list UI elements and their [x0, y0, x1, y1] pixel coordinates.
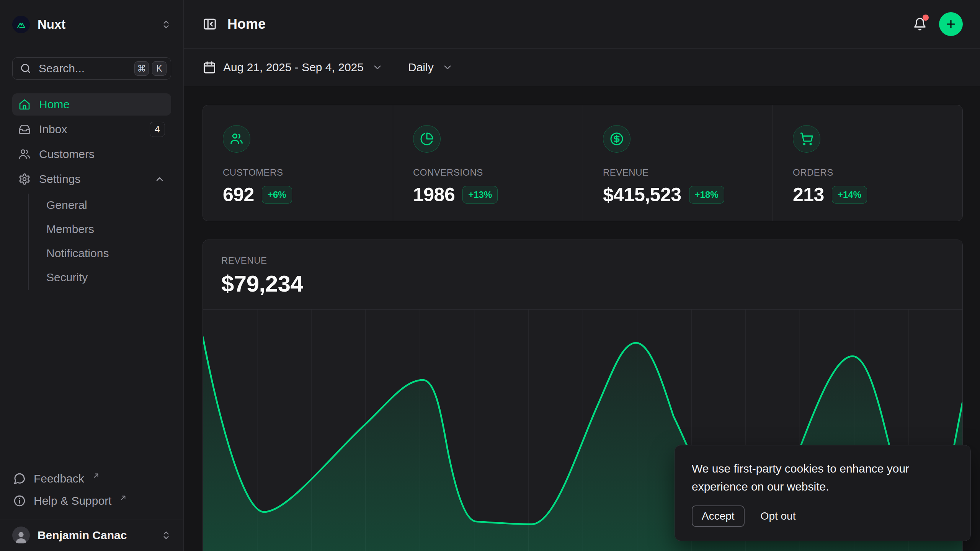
shopping-cart-icon [793, 125, 820, 153]
sub-item-label: General [46, 199, 87, 212]
sidebar: Nuxt Search... ⌘ K Home Inbox 4 [0, 0, 184, 551]
cookie-actions: Accept Opt out [692, 505, 954, 527]
sidebar-item-settings[interactable]: Settings [12, 168, 171, 190]
stat-delta-badge: +6% [262, 186, 292, 204]
person-icon [13, 529, 29, 544]
add-button[interactable] [939, 12, 963, 36]
sidebar-item-customers[interactable]: Customers [12, 143, 171, 165]
sidebar-item-label: Customers [39, 148, 95, 161]
header-actions [913, 12, 963, 36]
opt-out-button[interactable]: Opt out [761, 510, 796, 522]
message-bubble-icon [13, 472, 26, 485]
sidebar-item-inbox[interactable]: Inbox 4 [12, 118, 171, 140]
team-switcher[interactable]: Nuxt [12, 16, 65, 33]
sidebar-item-home[interactable]: Home [12, 93, 171, 116]
chevron-down-icon [372, 62, 383, 73]
sub-item-label: Security [46, 271, 88, 284]
granularity-label: Daily [408, 61, 434, 74]
brand-name: Nuxt [38, 17, 65, 32]
stat-label: ORDERS [793, 167, 942, 178]
revenue-chart-label: REVENUE [221, 255, 944, 266]
user-menu[interactable]: Benjamin Canac [12, 527, 171, 544]
date-range-label: Aug 21, 2025 - Sep 4, 2025 [223, 61, 364, 74]
feedback-link[interactable]: Feedback [12, 468, 171, 490]
stat-orders: ORDERS 213 +14% [773, 105, 962, 221]
search-input[interactable]: Search... ⌘ K [12, 57, 171, 80]
chevron-down-icon [442, 62, 453, 73]
cookie-banner: We use first-party cookies to enhance yo… [675, 445, 971, 541]
inbox-count-badge: 4 [150, 122, 165, 137]
granularity-select[interactable]: Daily [408, 61, 453, 74]
user-name: Benjamin Canac [38, 529, 127, 542]
avatar [12, 527, 30, 544]
users-icon [18, 148, 31, 160]
revenue-chart-header: REVENUE $79,234 [203, 240, 962, 297]
kbd-k: K [152, 61, 167, 76]
stat-label: CONVERSIONS [413, 167, 563, 178]
panel-left-close-icon [203, 17, 217, 31]
pie-chart-icon [413, 125, 441, 153]
stat-delta-badge: +18% [689, 186, 724, 204]
sidebar-footer: Feedback Help & Support [0, 468, 183, 512]
revenue-chart-value: $79,234 [221, 271, 944, 297]
nuxt-logo-icon [16, 19, 26, 30]
stat-label: CUSTOMERS [223, 167, 373, 178]
stats-card: CUSTOMERS 692 +6% CONVERSIONS 1986 +13% [203, 105, 963, 221]
sub-item-label: Members [46, 223, 94, 236]
user-block: Benjamin Canac [0, 520, 183, 551]
nuxt-logo [12, 16, 30, 33]
help-support-link[interactable]: Help & Support [12, 490, 171, 512]
sub-item-label: Notifications [46, 247, 109, 260]
plus-icon [945, 18, 957, 30]
sidebar-item-notifications[interactable]: Notifications [40, 242, 171, 265]
page-header: Home [184, 0, 980, 49]
notification-dot [923, 15, 929, 21]
sidebar-item-label: Inbox [39, 123, 67, 136]
sidebar-item-security[interactable]: Security [40, 266, 171, 289]
sidebar-item-label: Home [39, 98, 70, 111]
calendar-icon [203, 60, 216, 74]
collapse-sidebar-button[interactable] [203, 17, 217, 31]
app-root: Nuxt Search... ⌘ K Home Inbox 4 [0, 0, 980, 551]
accept-cookies-button[interactable]: Accept [692, 505, 745, 527]
stat-delta-badge: +14% [832, 186, 867, 204]
stat-value: $415,523 [603, 184, 681, 206]
sidebar-item-label: Settings [39, 173, 80, 186]
chevron-up-down-icon [161, 530, 171, 540]
team-switcher-row: Nuxt [0, 0, 183, 49]
inbox-icon [18, 123, 31, 135]
home-icon [18, 98, 31, 111]
page-title: Home [227, 16, 266, 32]
info-circle-icon [13, 494, 26, 507]
notifications-button[interactable] [913, 17, 927, 31]
kbd-meta: ⌘ [134, 61, 149, 76]
stat-revenue: REVENUE $415,523 +18% [583, 105, 773, 221]
stat-label: REVENUE [603, 167, 753, 178]
cookie-message: We use first-party cookies to enhance yo… [692, 460, 939, 496]
stat-delta-badge: +13% [462, 186, 498, 204]
sidebar-item-members[interactable]: Members [40, 218, 171, 241]
stat-value: 692 [223, 184, 254, 206]
search-placeholder: Search... [39, 62, 85, 75]
sidebar-nav: Home Inbox 4 Customers Settings General [0, 93, 183, 290]
stat-customers: CUSTOMERS 692 +6% [203, 105, 393, 221]
chevron-up-down-icon [161, 20, 171, 29]
stat-conversions: CONVERSIONS 1986 +13% [393, 105, 583, 221]
search-kbd-hints: ⌘ K [134, 61, 167, 76]
stat-value: 213 [793, 184, 824, 206]
gear-icon [18, 173, 31, 185]
sidebar-item-general[interactable]: General [40, 194, 171, 217]
external-link-icon [120, 494, 127, 501]
chevron-up-icon [154, 174, 165, 184]
footer-item-label: Feedback [34, 472, 84, 485]
filters-toolbar: Aug 21, 2025 - Sep 4, 2025 Daily [184, 49, 980, 86]
users-icon [223, 125, 250, 153]
circle-dollar-icon [603, 125, 630, 153]
settings-sub-list: General Members Notifications Security [28, 194, 171, 290]
stat-value: 1986 [413, 184, 455, 206]
date-range-picker[interactable]: Aug 21, 2025 - Sep 4, 2025 [203, 60, 383, 74]
footer-item-label: Help & Support [34, 494, 111, 507]
external-link-icon [93, 472, 100, 479]
search-icon [20, 62, 32, 75]
